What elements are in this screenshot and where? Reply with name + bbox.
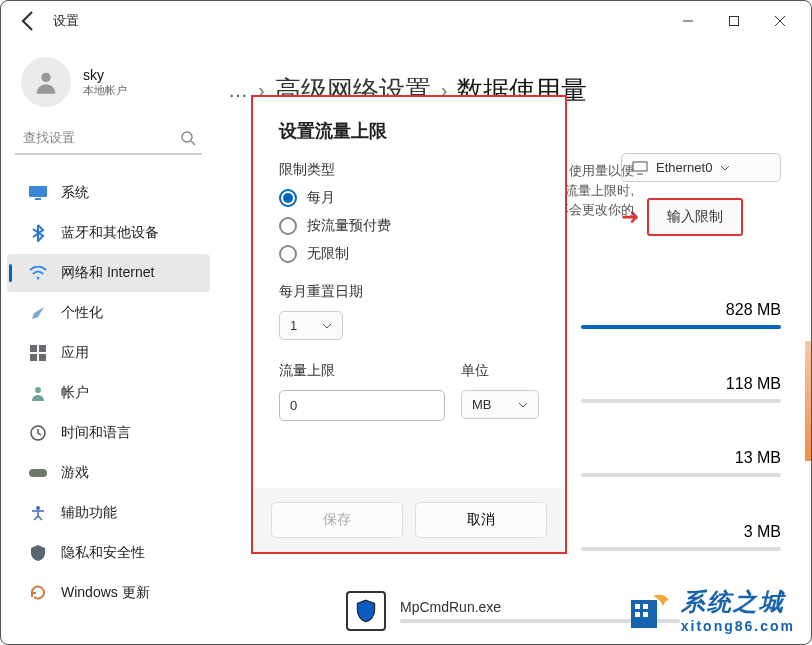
usage-value: 828 MB xyxy=(726,301,781,319)
account-icon xyxy=(29,384,47,402)
wifi-icon xyxy=(29,264,47,282)
sidebar-item-label: 个性化 xyxy=(61,304,103,322)
svg-point-13 xyxy=(36,506,40,510)
usage-row: 828 MB xyxy=(561,301,781,329)
save-button[interactable]: 保存 xyxy=(271,502,403,538)
data-limit-label: 流量上限 xyxy=(279,362,445,380)
privacy-icon xyxy=(29,544,47,562)
monitor-icon xyxy=(632,161,648,175)
radio-label: 每月 xyxy=(307,189,335,207)
close-button[interactable] xyxy=(757,5,803,37)
sidebar-item-8[interactable]: 辅助功能 xyxy=(7,494,210,532)
sidebar-item-label: 时间和语言 xyxy=(61,424,131,442)
sidebar-item-label: 辅助功能 xyxy=(61,504,117,522)
sidebar-item-label: Windows 更新 xyxy=(61,584,150,602)
apps-icon xyxy=(29,344,47,362)
usage-bar xyxy=(581,473,781,477)
usage-value: 118 MB xyxy=(726,375,781,393)
svg-rect-19 xyxy=(643,612,648,617)
sidebar-item-1[interactable]: 蓝牙和其他设备 xyxy=(7,214,210,252)
maximize-button[interactable] xyxy=(711,5,757,37)
clock-language-icon xyxy=(29,424,47,442)
enter-limit-button[interactable]: 输入限制 xyxy=(647,198,743,236)
sidebar-item-3[interactable]: 个性化 xyxy=(7,294,210,332)
adapter-select[interactable]: Ethernet0 xyxy=(621,153,781,182)
usage-bar xyxy=(581,325,781,329)
person-icon xyxy=(32,68,60,96)
accessibility-icon xyxy=(29,504,47,522)
sidebar-item-label: 游戏 xyxy=(61,464,89,482)
watermark-cn: 系统之城 xyxy=(681,586,795,618)
radio-option-1[interactable]: 按流量预付费 xyxy=(279,217,539,235)
windows-update-icon xyxy=(29,584,47,602)
account-block[interactable]: sky 本地帐户 xyxy=(1,49,216,119)
dialog-title: 设置流量上限 xyxy=(279,119,539,143)
svg-point-1 xyxy=(41,73,50,82)
sidebar-item-0[interactable]: 系统 xyxy=(7,174,210,212)
chevron-down-icon xyxy=(518,400,528,410)
radio-label: 按流量预付费 xyxy=(307,217,391,235)
sidebar-item-6[interactable]: 时间和语言 xyxy=(7,414,210,452)
search-input[interactable]: 查找设置 xyxy=(15,125,202,155)
avatar xyxy=(21,57,71,107)
search-placeholder: 查找设置 xyxy=(23,129,180,147)
usage-value: 3 MB xyxy=(744,523,781,541)
chevron-down-icon xyxy=(720,163,730,173)
sidebar-item-5[interactable]: 帐户 xyxy=(7,374,210,412)
sidebar-item-label: 网络和 Internet xyxy=(61,264,154,282)
reset-date-select[interactable]: 1 xyxy=(279,311,343,340)
radio-option-0[interactable]: 每月 xyxy=(279,189,539,207)
sidebar-item-7[interactable]: 游戏 xyxy=(7,454,210,492)
svg-rect-9 xyxy=(39,354,46,361)
gaming-icon xyxy=(29,464,47,482)
svg-rect-8 xyxy=(30,354,37,361)
data-limit-input[interactable]: 0 xyxy=(279,390,445,421)
svg-rect-14 xyxy=(633,162,647,171)
sidebar-item-10[interactable]: Windows 更新 xyxy=(7,574,210,612)
reset-date-label: 每月重置日期 xyxy=(279,283,539,301)
radio-option-2[interactable]: 无限制 xyxy=(279,245,539,263)
sidebar: sky 本地帐户 查找设置 系统蓝牙和其他设备网络和 Internet个性化应用… xyxy=(1,41,216,645)
usage-bar xyxy=(581,547,781,551)
svg-point-5 xyxy=(37,277,40,280)
system-icon xyxy=(29,184,47,202)
usage-value: 13 MB xyxy=(735,449,781,467)
defender-shield-icon xyxy=(346,591,386,631)
svg-rect-16 xyxy=(635,604,640,609)
watermark: 系统之城 xitong86.com xyxy=(625,586,795,634)
breadcrumb-overflow[interactable]: … xyxy=(228,79,248,102)
radio-circle-icon xyxy=(279,217,297,235)
help-text-3: 不会更改你的 xyxy=(556,200,634,220)
sidebar-item-2[interactable]: 网络和 Internet xyxy=(7,254,210,292)
svg-rect-12 xyxy=(29,469,47,477)
back-arrow-icon xyxy=(17,9,41,33)
limit-type-label: 限制类型 xyxy=(279,161,539,179)
sidebar-item-9[interactable]: 隐私和安全性 xyxy=(7,534,210,572)
unit-select[interactable]: MB xyxy=(461,390,539,419)
sidebar-item-label: 隐私和安全性 xyxy=(61,544,145,562)
bluetooth-icon xyxy=(29,224,47,242)
svg-rect-6 xyxy=(30,345,37,352)
chevron-down-icon xyxy=(322,321,332,331)
enter-limit-label: 输入限制 xyxy=(667,208,723,224)
reset-date-value: 1 xyxy=(290,318,297,333)
back-button[interactable] xyxy=(17,9,41,33)
minimize-button[interactable] xyxy=(665,5,711,37)
usage-row: Pack13 MB xyxy=(561,449,781,477)
sidebar-item-4[interactable]: 应用 xyxy=(7,334,210,372)
app-title: 设置 xyxy=(53,12,79,30)
title-bar: 设置 xyxy=(1,1,811,41)
unit-value: MB xyxy=(472,397,492,412)
edge-sliver xyxy=(805,341,811,461)
svg-point-2 xyxy=(182,132,192,142)
cancel-button[interactable]: 取消 xyxy=(415,502,547,538)
account-type: 本地帐户 xyxy=(83,83,127,98)
radio-circle-icon xyxy=(279,189,297,207)
brush-icon xyxy=(29,304,47,322)
sidebar-item-label: 蓝牙和其他设备 xyxy=(61,224,159,242)
svg-point-10 xyxy=(35,387,41,393)
help-text-1: 使用量以便 xyxy=(556,161,634,181)
svg-rect-3 xyxy=(29,186,47,197)
adapter-name: Ethernet0 xyxy=(656,160,712,175)
set-data-limit-dialog: 设置流量上限 限制类型 每月按流量预付费无限制 每月重置日期 1 流量上限 0 … xyxy=(251,95,567,554)
